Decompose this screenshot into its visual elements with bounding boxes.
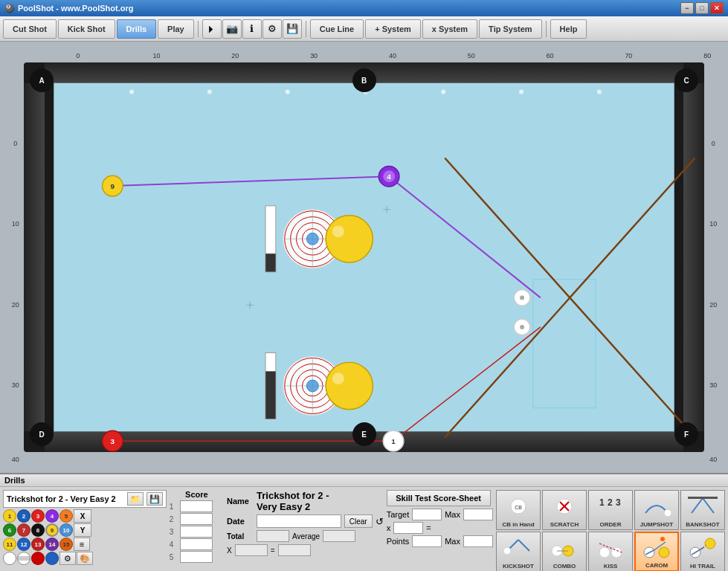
carom-label: CAROM [645,562,668,569]
tip-system-button[interactable]: Tip System [479,19,542,39]
drill-color-icon-btn[interactable]: 🎨 [77,552,93,565]
ball-6[interactable]: 6 [3,523,16,537]
ball-10[interactable]: 10 [59,523,73,537]
svg-line-86 [703,498,714,513]
cue-line-button[interactable]: Cue Line [310,19,364,39]
svg-text:0: 0 [76,52,80,59]
mult-input[interactable] [393,522,423,534]
shot-kiss[interactable]: KISS [588,532,633,571]
ball-2[interactable]: 2 [17,509,30,523]
save-icon-btn[interactable]: 💾 [283,19,302,39]
x-system-button[interactable]: x System [422,19,477,39]
svg-point-37 [326,216,373,262]
ball-9[interactable]: 9 [45,523,59,537]
shot-icon-row-1: CB CB in Hand SCRATCH 1 2 [496,490,725,530]
total-input[interactable] [257,530,289,542]
svg-text:0: 0 [13,140,17,147]
info-icon-btn[interactable]: ℹ [242,19,262,39]
minimize-button[interactable]: − [680,2,694,14]
target-input[interactable] [412,509,442,520]
drills-button[interactable]: Drills [117,19,157,39]
points-row: Points Max [387,535,493,547]
pool-table[interactable]: A B C D E F [24,62,704,452]
svg-text:70: 70 [625,52,632,59]
camera-icon-btn[interactable]: 📷 [222,19,242,39]
score-input-4[interactable] [180,538,213,550]
score-header: Score [170,490,224,499]
x-row: X = [227,544,384,556]
close-button[interactable]: ✕ [710,2,724,14]
shot-combo[interactable]: COMBO [542,532,587,571]
bankshot-label: BANKSHOT [686,521,719,528]
maximize-button[interactable]: □ [695,2,709,14]
shot-kickshot[interactable]: KICKSHOT [496,532,541,571]
score-input-1[interactable] [180,500,213,512]
drill-save-icon-btn[interactable]: 💾 [146,492,163,506]
ball-13[interactable]: 13 [31,538,45,551]
shot-cb-in-hand[interactable]: CB CB in Hand [496,490,541,530]
ball-solid-white[interactable] [3,552,16,565]
plus-system-button[interactable]: + System [365,19,421,39]
score-input-2[interactable] [180,513,213,525]
clear-button[interactable]: Clear [344,514,373,528]
date-input[interactable] [257,514,341,528]
kick-shot-button[interactable]: Kick Shot [58,19,115,39]
play-button[interactable]: Play [158,19,194,39]
ball-y-button[interactable]: Y [74,523,91,537]
svg-text:20: 20 [709,301,717,309]
score-input-5[interactable] [180,551,213,563]
shot-carom[interactable]: CAROM [634,532,679,571]
ball-x-button[interactable]: X [74,509,91,523]
power-icon-btn[interactable]: ⏵ [202,19,222,39]
shot-jumpshot[interactable]: JUMPSHOT [634,490,679,530]
ball-blue-solid[interactable] [45,552,59,565]
svg-text:9: 9 [111,182,115,190]
shot-hitrail[interactable]: HI TRAIL [680,532,725,571]
svg-text:10: 10 [12,220,19,228]
cut-shot-button[interactable]: Cut Shot [3,19,57,39]
svg-text:1: 1 [391,437,396,445]
drill-list-icon-btn[interactable]: ≡ [74,538,90,551]
svg-text:20: 20 [231,52,239,59]
x-input[interactable] [235,544,268,556]
kiss-label: KISS [604,563,618,570]
ball-11[interactable]: 11 [3,538,16,551]
max-input[interactable] [463,509,493,520]
ball-1[interactable]: 1 [3,509,16,523]
help-button[interactable]: Help [550,19,587,39]
drills-content: Trickshot for 2 - Very Easy 2 📁 💾 1 2 3 … [0,487,728,571]
ball-row-2: 6 7 8 9 10 Y [3,523,167,537]
average-input[interactable] [323,530,355,542]
svg-point-94 [599,547,610,558]
ball-8[interactable]: 8 [31,523,45,537]
settings-icon-btn[interactable]: ⚙ [262,19,282,39]
cb-in-hand-label: CB in Hand [502,521,534,528]
eq-result-input[interactable] [278,544,311,556]
separator-3 [546,21,547,37]
skill-test-button[interactable]: Skill Test Score-Sheet [387,490,491,506]
ball-4[interactable]: 4 [45,509,59,523]
total-row: Total Average [227,530,384,542]
target-label: Target [387,510,410,519]
svg-rect-87 [688,497,718,499]
svg-point-55 [520,295,524,300]
drill-folder-icon-btn[interactable]: 📁 [127,492,144,506]
window-title: PoolShot - www.PoolShot.org [18,4,133,13]
score-input-3[interactable] [180,526,213,538]
ball-14[interactable]: 14 [45,538,59,551]
svg-line-85 [692,498,703,513]
max-points-input[interactable] [463,535,493,547]
shot-scratch[interactable]: SCRATCH [542,490,587,530]
svg-line-89 [518,540,529,551]
ball-7[interactable]: 7 [17,523,30,537]
ball-stripe-white[interactable] [17,552,30,565]
shot-order[interactable]: 1 2 3 ORDER [588,490,633,530]
ball-red[interactable] [31,552,45,565]
points-input[interactable] [412,535,442,547]
drill-settings-icon-btn[interactable]: ⚙ [59,552,76,565]
ball-12[interactable]: 12 [17,538,30,551]
ball-5[interactable]: 5 [59,509,73,523]
shot-bankshot[interactable]: BANKSHOT [680,490,725,530]
ball-3[interactable]: 3 [31,509,45,523]
ball-15[interactable]: 15 [59,538,73,551]
